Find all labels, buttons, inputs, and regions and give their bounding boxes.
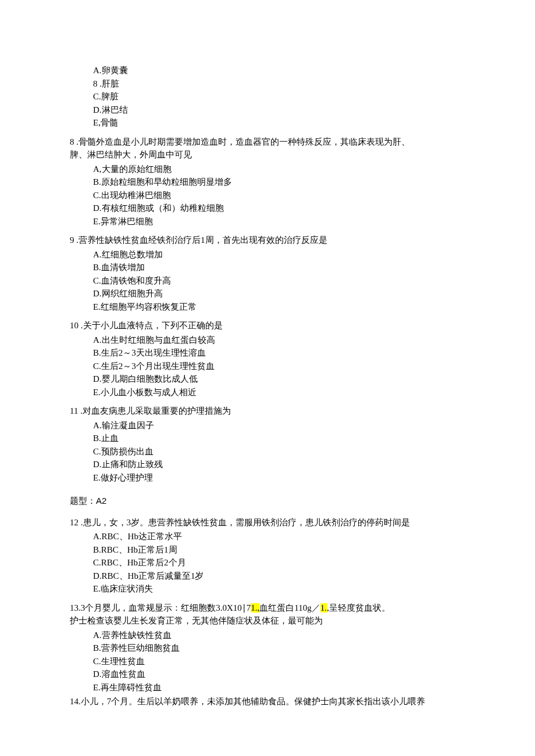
question-13: 13.3个月婴儿，血常规显示：红细胞数3.0X10∣71.,血红蛋白110g／1… [70,601,465,694]
option-b: B.RBC、Hb正常后1周 [93,543,465,557]
option-d: D.溶血性贫血 [93,668,465,681]
option-b: B.血清铁增加 [93,261,465,274]
option-a: A.红细胞总数增加 [93,248,465,261]
question-9: 9 .营养性缺铁性贫血经铁剂治疗后1周，首先出现有效的治疗反应是 A.红细胞总数… [70,234,465,313]
option-a: A.卵黄囊 [93,64,465,77]
q12-options: A.RBC、Hb达正常水平 B.RBC、Hb正常后1周 C.RBC、Hb正常后2… [93,530,465,596]
option-c: C.生理性贫血 [93,655,465,668]
question-14-stem: 14.小儿，7个月。生后以羊奶喂养，未添加其他辅助食品。保健护士向其家长指出该小… [70,695,465,708]
question-8: 8 .骨髓外造血是小儿时期需要增加造血时，造血器官的一种特殊反应，其临床表现为肝… [70,135,465,228]
option-b: 8 .肝脏 [93,77,465,91]
q13-stem-part-c: ,呈轻度贫血状。 [327,603,390,612]
option-a: A.出生时红细胞与血红蛋白较高 [93,334,465,347]
option-d: D.淋巴结 [93,103,465,117]
q11-stem: 11 .对血友病患儿采取最重要的护理措施为 [70,404,465,418]
option-a: A.输注凝血因子 [93,419,465,432]
q11-options: A.输注凝血因子 B.止血 C.预防损伤出血 D.止痛和防止致残 E.做好心理护… [93,419,465,485]
option-a: A.营养性缺铁性贫血 [93,629,465,642]
document-page: A.卵黄囊 8 .肝脏 C.脾脏 D.淋巴结 E,骨髓 8 .骨髓外造血是小儿时… [0,0,535,756]
q13-options: A.营养性缺铁性贫血 B.营养性巨幼细胞贫血 C.生理性贫血 D.溶血性贫血 E… [93,629,465,694]
q10-options: A.出生时红细胞与血红蛋白较高 B.生后2～3天出现生理性溶血 C.生后2～3个… [93,334,465,399]
option-c: C.生后2～3个月出现生理性贫血 [93,360,465,373]
option-a: A.RBC、Hb达正常水平 [93,530,465,543]
option-e: E.临床症状消失 [93,582,465,596]
option-e: E.异常淋巴细胞 [93,215,465,228]
q9-options: A.红细胞总数增加 B.血清铁增加 C.血清铁饱和度升高 D.网织红细胞升高 E… [93,248,465,314]
q13-stem-line2: 护士检查该婴儿生长发育正常，无其他伴随症状及体征，最可能为 [70,614,465,628]
option-d: D.止痛和防止致残 [93,458,465,471]
option-e: E.做好心理护理 [93,471,465,485]
highlight-text: 1. [320,603,327,612]
section-header-a2: 题型：A2 [70,495,465,508]
option-a: A,大量的原始红细胞 [93,163,465,176]
q8-options: A,大量的原始红细胞 B.原始粒细胞和早幼粒细胞明显增多 C.出现幼稚淋巴细胞 … [93,163,465,228]
option-c: C.RBC、Hb正常后2个月 [93,556,465,569]
q8-stem-line1: 8 .骨髓外造血是小儿时期需要增加造血时，造血器官的一种特殊反应，其临床表现为肝… [70,135,465,149]
option-e: E.小儿血小板数与成人相近 [93,386,465,399]
option-b: B.原始粒细胞和早幼粒细胞明显增多 [93,175,465,189]
q13-stem-part-b: 血红蛋白110g／ [259,603,320,612]
option-e: E.红细胞平均容积恢复正常 [93,300,465,314]
option-d: D.有核红细胞或（和）幼稚粒细胞 [93,202,465,215]
q9-stem: 9 .营养性缺铁性贫血经铁剂治疗后1周，首先出现有效的治疗反应是 [70,234,465,247]
option-e: E,骨髓 [93,116,465,130]
option-c: C.脾脏 [93,90,465,103]
q12-stem: 12 .患儿，女，3岁。患营养性缺铁性贫血，需服用铁剂治疗，患儿铁剂治疗的停药时… [70,516,465,529]
q7-options: A.卵黄囊 8 .肝脏 C.脾脏 D.淋巴结 E,骨髓 [93,64,465,130]
option-b: B.生后2～3天出现生理性溶血 [93,346,465,360]
option-e: E.再生障碍性贫血 [93,681,465,694]
q13-stem-line1: 13.3个月婴儿，血常规显示：红细胞数3.0X10∣71.,血红蛋白110g／1… [70,601,465,615]
option-d: D.RBC、Hb正常后减量至1岁 [93,569,465,583]
question-10: 10 .关于小儿血液特点，下列不正确的是 A.出生时红细胞与血红蛋白较高 B.生… [70,319,465,399]
option-c: C.预防损伤出血 [93,445,465,458]
option-b: B.止血 [93,432,465,445]
highlight-text: 1., [251,603,259,612]
option-d: D.网织红细胞升高 [93,287,465,300]
option-b: B.营养性巨幼细胞贫血 [93,642,465,655]
question-12: 12 .患儿，女，3岁。患营养性缺铁性贫血，需服用铁剂治疗，患儿铁剂治疗的停药时… [70,516,465,596]
q10-stem: 10 .关于小儿血液特点，下列不正确的是 [70,319,465,332]
q13-stem-part-a: 13.3个月婴儿，血常规显示：红细胞数3.0X10∣7 [70,603,251,612]
option-d: D.婴儿期白细胞数比成人低 [93,372,465,386]
question-11: 11 .对血友病患儿采取最重要的护理措施为 A.输注凝血因子 B.止血 C.预防… [70,404,465,484]
option-c: C.出现幼稚淋巴细胞 [93,189,465,202]
q8-stem-line2: 脾、淋巴结肿大，外周血中可见 [70,148,465,162]
option-c: C.血清铁饱和度升高 [93,274,465,288]
